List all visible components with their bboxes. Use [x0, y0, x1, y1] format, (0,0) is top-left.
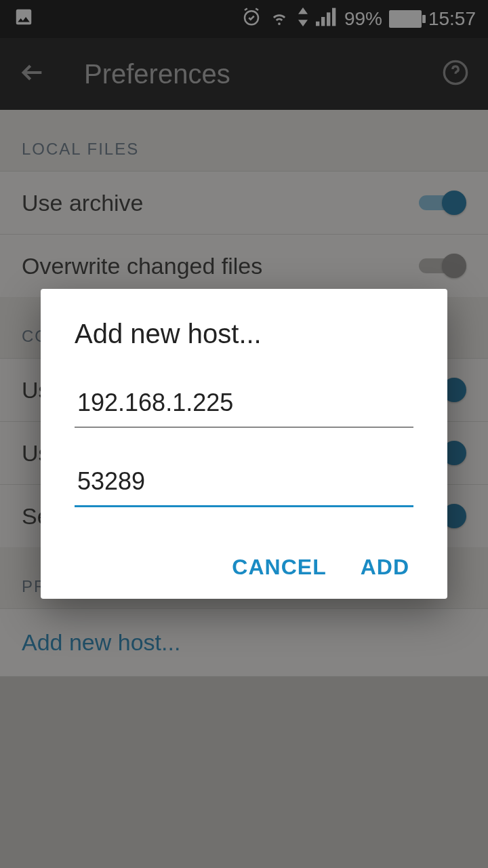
dialog-actions: CANCEL ADD	[75, 541, 413, 580]
add-button[interactable]: ADD	[361, 555, 409, 580]
port-field[interactable]	[75, 462, 413, 507]
cancel-button[interactable]: CANCEL	[232, 555, 326, 580]
host-input[interactable]	[75, 383, 413, 428]
dialog-title: Add new host...	[75, 319, 413, 349]
port-input[interactable]	[75, 462, 413, 507]
add-host-dialog: Add new host... CANCEL ADD	[41, 289, 447, 599]
host-field[interactable]	[75, 383, 413, 428]
